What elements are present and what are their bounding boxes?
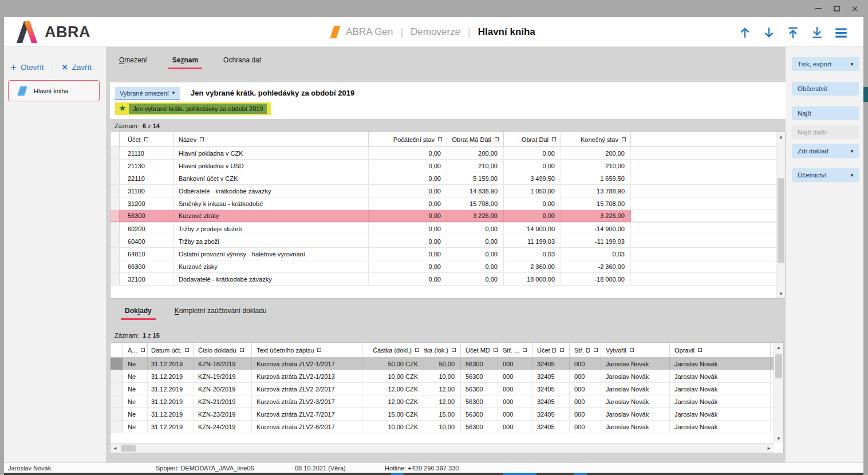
table-row[interactable]: 31200Směnky k inkasu - krátkodobé0,0015 … (111, 197, 785, 210)
scroll-up-arrow[interactable]: ▲ (774, 343, 783, 352)
scroll-down-arrow[interactable]: ▼ (774, 434, 783, 443)
cell: 32405 (532, 395, 570, 407)
column-header-castka-lok[interactable]: Částka (lok.) (424, 343, 461, 357)
maximize-icon[interactable] (830, 2, 843, 15)
cell: 15 708,00 (447, 197, 504, 209)
cell: Směnky k inkasu - krátkodobé (174, 197, 369, 209)
scroll-up-arrow[interactable]: ▲ (776, 132, 786, 141)
vertical-scrollbar[interactable]: ▲▼ (776, 132, 786, 298)
arrow-up-icon[interactable] (737, 25, 752, 40)
close-button[interactable]: Zavřít (72, 63, 92, 72)
column-header-ucet[interactable]: Účet (120, 132, 174, 147)
menu-icon[interactable] (833, 25, 849, 40)
table-row[interactable]: Ne31.12.2019KZN-20/2019Kurzová ztráta ZL… (111, 383, 783, 395)
table-row[interactable]: Ne31.12.2019KZN-23/2019Kurzová ztráta ZL… (111, 408, 783, 421)
cell: 0,00 (369, 223, 447, 235)
table-row[interactable]: 22110Bankovní účet v CZK0,005 159,003 49… (111, 172, 785, 185)
column-header-label: Účet MD (465, 347, 490, 354)
highlighted-filter-item[interactable]: Jen vybrané krátk. pohledávky za období … (129, 104, 267, 114)
table-row[interactable]: 64810Ostatní provozní výnosy - haléřové … (111, 248, 785, 260)
cell: 0,00 (447, 260, 504, 272)
obcerstvit-button[interactable]: Občerstvit (792, 82, 859, 96)
table-row[interactable]: 32100Dodavatelé - krátkodobé závazky0,00… (111, 273, 785, 286)
table-row[interactable]: 66300Kurzové zisky0,000,002 360,00-2 360… (111, 260, 785, 273)
cell: 10,00 CZK (362, 370, 424, 382)
arrow-down-icon[interactable] (761, 25, 776, 40)
scroll-right-arrow[interactable]: ► (764, 444, 774, 453)
column-header-a[interactable]: A... (123, 343, 148, 357)
restriction-dropdown[interactable]: Vybrané omezení ▼ (115, 87, 180, 100)
vertical-scrollbar[interactable]: ▲▼ (774, 343, 783, 443)
cell: 13 788,90 (561, 185, 631, 197)
sort-box-icon (200, 137, 204, 141)
najit-button[interactable]: Najít (792, 106, 859, 120)
table-row[interactable]: Ne31.12.2019KZN-24/2019Kurzová ztráta ZL… (111, 421, 783, 433)
docked-panel-tab[interactable] (863, 87, 868, 102)
column-header-str[interactable]: Stř. ... (498, 343, 532, 357)
chevron-down-icon: ▼ (850, 62, 859, 67)
cell: 32100 (120, 273, 174, 285)
cell: Ne (123, 408, 148, 420)
column-header-opravil[interactable]: Opravil (670, 343, 771, 357)
table-row[interactable]: 31100Odběratelé - krátkodobé závazky0,00… (111, 185, 785, 197)
scroll-thumb[interactable] (778, 178, 784, 263)
column-header-str-d[interactable]: Stř. D (570, 343, 601, 357)
abra-slash-icon (330, 26, 341, 38)
column-header-nazev[interactable]: Název (174, 132, 369, 147)
scroll-down-arrow[interactable]: ▼ (776, 289, 786, 298)
ucetnictvi-button[interactable]: Účetnictví▼ (792, 168, 859, 182)
table-row[interactable]: 60400Tržby za zboží0,000,0011 199,03-11 … (111, 235, 785, 248)
cell-filler (631, 185, 785, 197)
table-row[interactable]: Ne31.12.2019KZN-21/2019Kurzová ztráta ZL… (111, 395, 783, 408)
scroll-thumb[interactable] (775, 354, 782, 378)
table-row[interactable]: 60200Tržby z prodeje služeb0,000,0014 90… (111, 223, 785, 235)
tab-omezeni[interactable]: Omezení (119, 56, 147, 68)
column-header-cislo-dokladu[interactable]: Číslo dokladu (194, 343, 252, 357)
cell: 32405 (532, 408, 570, 420)
cell: KZN-18/2019 (194, 358, 252, 370)
taskbar-sliver (4, 473, 863, 475)
column-header-konecny-stav[interactable]: Konečný stav (561, 132, 631, 147)
scroll-left-arrow[interactable]: ◄ (111, 444, 120, 453)
table-row[interactable]: 21130Hlavní pokladna v USD0,00210,000,00… (111, 160, 785, 172)
main-panel: OmezeníSeznamOchrana dat Vybrané omezení… (106, 47, 786, 462)
minimize-icon[interactable] (812, 2, 824, 15)
scroll-thumb[interactable] (121, 445, 136, 452)
button-label: Tisk, export (792, 61, 850, 68)
column-header-text-ucetniho-zapisu[interactable]: Text účetního zápisu (252, 343, 362, 357)
column-header-ucet-md[interactable]: Účet MD (461, 343, 498, 357)
arrow-to-bottom-icon[interactable] (809, 25, 824, 40)
tisk-export-button[interactable]: Tisk, export▼ (792, 57, 859, 71)
column-header-ucet-d[interactable]: Účet D (532, 343, 570, 357)
tab-seznam[interactable]: Seznam (172, 56, 198, 68)
cell: 60200 (120, 223, 174, 235)
column-header-castka-dokl[interactable]: Částka (dokl.) (362, 343, 424, 357)
column-header-obrat-ma-dati[interactable]: Obrat Má Dáti (447, 132, 504, 147)
column-header-pocatecni-stav[interactable]: Počáteční stav (369, 132, 447, 147)
column-header-vytvoril[interactable]: Vytvořil (601, 343, 670, 357)
zdr-doklad-button[interactable]: Zdr.doklad▼ (792, 144, 859, 158)
button-label: Občerstvit (792, 85, 859, 92)
cell: 31.12.2019 (148, 421, 194, 433)
cell: 60400 (120, 235, 174, 247)
table-row[interactable]: Ne31.12.2019KZN-18/2019Kurzová ztráta ZL… (111, 358, 783, 370)
cell: 64810 (120, 248, 174, 260)
header-gutter (111, 343, 123, 357)
table-row[interactable]: Ne31.12.2019KZN-19/2019Kurzová ztráta ZL… (111, 370, 783, 383)
tab-ochrana-dat[interactable]: Ochrana dat (223, 56, 261, 68)
divider (53, 62, 53, 73)
detail-tab-doklady[interactable]: Doklady (125, 307, 152, 319)
table-row[interactable]: 56300Kurzové ztráty0,003 226,000,003 226… (111, 210, 785, 223)
arrow-to-top-icon[interactable] (785, 25, 800, 40)
sidebar-item-hlavni-kniha[interactable]: Hlavní kniha (8, 80, 100, 101)
open-button[interactable]: Otevřít (21, 63, 44, 72)
column-header-obrat-dal[interactable]: Obrat Dal (504, 132, 561, 147)
column-header-datum-uct[interactable]: Datum účt. (148, 343, 194, 357)
button-label: Účetnictví (792, 172, 850, 179)
detail-tab-kompletni-zauctovani-dokladu[interactable]: Kompletní zaúčtování dokladu (175, 307, 267, 319)
close-x-icon: ✕ (62, 63, 68, 72)
horizontal-scrollbar[interactable]: ◄► (111, 443, 774, 453)
cell: -0,03 (504, 248, 561, 260)
table-row[interactable]: 21110Hlavní pokladna v CZK0,00200,000,00… (111, 147, 785, 160)
close-icon[interactable]: ✕ (849, 2, 861, 15)
